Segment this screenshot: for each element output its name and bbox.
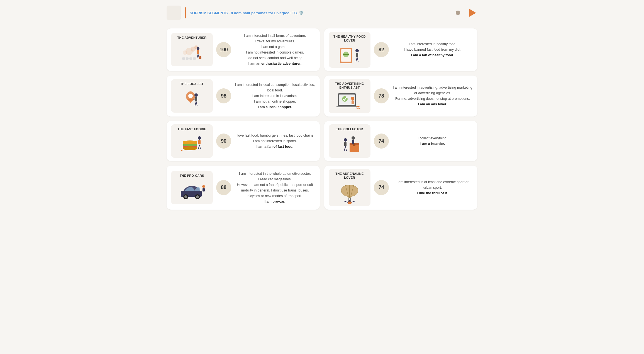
svg-rect-37 — [183, 141, 197, 144]
card-adrenaline-lover: THE ADRENALINE LOVER 74 I am interested … — [324, 166, 477, 210]
persona-description-collector: I collect everything. I am a hoarder. — [392, 135, 473, 147]
liverpool-badge: 🛡️ — [299, 11, 303, 15]
persona-box-collector: THE COLLECTOR — [329, 124, 370, 158]
svg-rect-53 — [352, 140, 354, 144]
persona-highlight-pro-cars: I am pro-car. — [235, 199, 315, 204]
svg-line-28 — [196, 101, 197, 106]
persona-score-localist: 98 — [216, 88, 231, 103]
svg-line-7 — [198, 54, 199, 58]
card-fast-foodie: THE FAST FOODIE 90 I love fast food, ham… — [167, 121, 320, 161]
persona-title-localist: THE LOCALIST — [180, 82, 204, 86]
svg-rect-8 — [199, 56, 201, 59]
svg-rect-35 — [352, 100, 354, 104]
svg-rect-32 — [336, 106, 357, 107]
svg-rect-9 — [182, 57, 185, 60]
persona-score-collector: 74 — [374, 134, 389, 149]
slide-number — [167, 6, 181, 20]
subtitle-brand: Liverpool F.C. — [274, 11, 298, 15]
persona-title-adventurer: THE ADVENTURER — [177, 36, 206, 40]
header-right — [456, 8, 477, 18]
page-container: SOPRISM SEGMENTS - 8 dominant personas f… — [161, 0, 483, 221]
card-adventurer: THE ADVENTURER 100 I am interested in al… — [167, 28, 320, 71]
persona-box-adventurer: THE ADVENTURER — [171, 33, 213, 66]
persona-illustration-adventurer — [173, 41, 211, 65]
persona-box-advertising-enthusiast: THE ADVERTISING ENTHUSIAST — [329, 79, 370, 113]
svg-rect-5 — [197, 50, 199, 54]
persona-description-adventurer: I am interested in all forms of adventur… — [235, 33, 315, 66]
header-title-block: SOPRISM SEGMENTS - 8 dominant personas f… — [190, 11, 303, 15]
persona-title-pro-cars: THE PRO-CARS — [180, 174, 204, 178]
svg-line-20 — [356, 57, 357, 62]
svg-point-59 — [202, 185, 205, 188]
persona-title-fast-foodie: THE FAST FOODIE — [178, 127, 206, 131]
persona-title-healthy-food-lover: THE HEALTHY FOOD LOVER — [330, 35, 369, 43]
persona-highlight-localist: I am a local shopper. — [235, 104, 315, 110]
persona-highlight-advertising-enthusiast: I am an ads lover. — [392, 101, 473, 107]
svg-point-41 — [198, 136, 201, 140]
persona-description-adrenaline-lover: I am interested in at least one extreme … — [392, 179, 473, 196]
persona-illustration-advertising-enthusiast — [330, 91, 369, 111]
svg-rect-10 — [186, 57, 189, 60]
svg-point-25 — [194, 93, 198, 97]
persona-description-pro-cars: I am interested in the whole automotive … — [235, 171, 315, 204]
svg-rect-64 — [348, 202, 352, 204]
svg-point-40 — [183, 146, 197, 150]
svg-rect-19 — [356, 53, 358, 57]
svg-rect-38 — [183, 144, 197, 146]
persona-score-healthy-food-lover: 82 — [374, 42, 389, 57]
card-advertising-enthusiast: THE ADVERTISING ENTHUSIAST 78 I am inter… — [324, 76, 477, 117]
svg-rect-42 — [198, 140, 201, 144]
svg-rect-11 — [189, 57, 192, 60]
cards-grid: THE ADVENTURER 100 I am interested in al… — [167, 28, 477, 210]
persona-title-collector: THE COLLECTOR — [336, 127, 363, 131]
svg-line-50 — [344, 146, 345, 151]
svg-point-4 — [197, 47, 199, 50]
persona-illustration-healthy-food-lover — [330, 44, 369, 66]
svg-point-3 — [183, 50, 187, 55]
persona-description-healthy-food-lover: I am interested in healthy food.I have b… — [392, 41, 473, 58]
persona-box-adrenaline-lover: THE ADRENALINE LOVER — [329, 169, 370, 206]
persona-illustration-pro-cars — [173, 179, 211, 203]
persona-score-advertising-enthusiast: 78 — [374, 88, 389, 103]
persona-description-localist: I am interested in local consumption, lo… — [235, 82, 315, 110]
svg-rect-26 — [195, 97, 197, 101]
persona-description-fast-foodie: I love fast food, hamburgers, fries, fas… — [235, 133, 315, 149]
card-healthy-food-lover: THE HEALTHY FOOD LOVER 82 I am intereste… — [324, 28, 477, 71]
persona-title-adrenaline-lover: THE ADRENALINE LOVER — [330, 172, 369, 180]
persona-illustration-localist — [173, 87, 211, 111]
persona-score-fast-foodie: 90 — [216, 134, 231, 149]
svg-point-23 — [188, 94, 193, 98]
persona-description-advertising-enthusiast: I am interested in advertising, advertis… — [392, 85, 473, 107]
svg-rect-62 — [348, 198, 349, 201]
play-icon — [469, 9, 476, 17]
svg-point-58 — [196, 195, 199, 198]
svg-marker-24 — [188, 99, 193, 103]
play-button[interactable] — [467, 8, 477, 18]
svg-line-51 — [345, 146, 347, 151]
persona-illustration-collector — [330, 132, 369, 156]
header-left: SOPRISM SEGMENTS - 8 dominant personas f… — [167, 6, 303, 20]
header: SOPRISM SEGMENTS - 8 dominant personas f… — [167, 6, 477, 20]
svg-point-52 — [352, 136, 355, 140]
svg-line-6 — [197, 54, 198, 58]
svg-point-18 — [355, 49, 359, 52]
persona-box-pro-cars: THE PRO-CARS — [171, 171, 213, 204]
header-subtitle: SOPRISM SEGMENTS - 8 dominant personas f… — [190, 11, 303, 15]
svg-rect-49 — [344, 142, 347, 146]
persona-highlight-healthy-food-lover: I am a fan of healthy food. — [392, 52, 473, 58]
persona-score-adventurer: 100 — [216, 42, 231, 57]
card-localist: THE LOCALIST 98 I am interested in local… — [167, 76, 320, 117]
svg-rect-63 — [350, 198, 351, 201]
persona-box-localist: THE LOCALIST — [171, 79, 213, 113]
persona-illustration-adrenaline-lover — [330, 181, 369, 205]
header-divider — [185, 7, 186, 18]
svg-line-27 — [195, 101, 196, 106]
persona-score-pro-cars: 88 — [216, 180, 231, 195]
persona-box-healthy-food-lover: THE HEALTHY FOOD LOVER — [329, 32, 370, 68]
svg-point-34 — [351, 97, 354, 100]
card-collector: THE COLLECTOR 74 I collect everything. I… — [324, 121, 477, 161]
card-pro-cars: THE PRO-CARS 88 I am interested in the w… — [167, 166, 320, 210]
persona-box-fast-foodie: THE FAST FOODIE — [171, 124, 213, 158]
svg-line-44 — [199, 145, 201, 149]
svg-rect-60 — [203, 188, 205, 191]
